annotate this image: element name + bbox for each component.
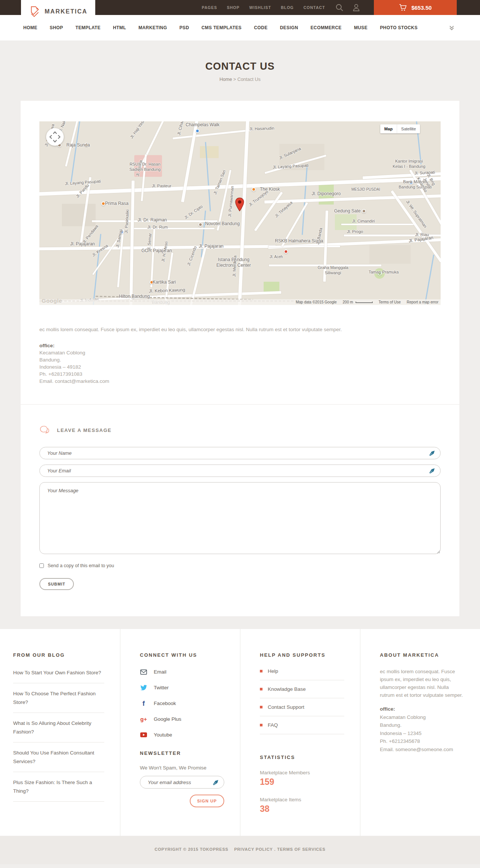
category-nav-item[interactable]: MUSE [354, 25, 368, 30]
form-heading: LEAVE A MESSAGE [57, 427, 112, 433]
social-label: Email [154, 669, 166, 675]
pan-arrows-icon [46, 128, 64, 146]
help-link[interactable]: Contact Support [260, 698, 344, 716]
map-label: Jl. Hasanudin [249, 126, 274, 132]
map-label: Champelas Walk [186, 122, 219, 128]
help-link[interactable]: FAQ [260, 716, 344, 734]
contact-form: LEAVE A MESSAGE Send a copy of this emai… [39, 405, 441, 616]
help-link[interactable]: Knowladge Base [260, 680, 344, 698]
header-nav-item[interactable]: SHOP [227, 5, 240, 10]
search-button[interactable] [336, 4, 344, 12]
brand-logo[interactable]: MARKETICA [21, 0, 95, 23]
map-label: RSUP Dr. Hasan Sadikin Bandung [129, 162, 160, 172]
category-nav-item[interactable]: MARKETING [138, 25, 167, 30]
map-scale-line [356, 302, 373, 303]
help-link-label: FAQ [268, 722, 278, 728]
category-nav-item[interactable]: HTML [113, 25, 126, 30]
email-input[interactable] [39, 465, 441, 477]
map-label: MESJID PUSDAI [351, 187, 380, 192]
social-link-facebook[interactable]: f Facebook [140, 701, 224, 706]
footer-connect-column: CONNECT WITH US Email Twitter f Facebook… [120, 629, 240, 836]
header-nav-item[interactable]: BLOG [281, 5, 294, 10]
office-address-lines: Kecamatan CoblongBandung.Indonesia – 491… [39, 349, 441, 385]
category-nav-item[interactable]: HOME [23, 25, 38, 30]
map-label: Jl. Purnawarman [227, 186, 235, 217]
facebook-icon: f [140, 701, 147, 706]
map-pan-control[interactable] [46, 128, 64, 146]
cart-button[interactable]: $653.50 [374, 0, 457, 15]
page-header: CONTACT US Home > Contact Us [0, 40, 480, 101]
newsletter-email-input[interactable] [140, 776, 224, 789]
map-scale-label: 200 m [343, 300, 353, 304]
blog-link[interactable]: Plus Size Fashion: Is There Such a Thing… [13, 772, 104, 802]
user-icon [352, 4, 360, 11]
map-type-map-button[interactable]: Map [380, 124, 397, 133]
map-copyright: Map data ©2015 Google [296, 300, 337, 304]
stat-members: Marketplace Members 159 [260, 770, 344, 787]
newsletter-field-wrap [140, 776, 224, 789]
header-nav-item[interactable]: CONTACT [303, 5, 325, 10]
address-line: Kecamatan Coblong [380, 713, 464, 722]
map-terms-link[interactable]: Terms of Use [379, 300, 401, 304]
tag-logo-icon [29, 6, 41, 18]
footer-help-column: HELP AND SUPPORTS Help Knowladge Base Co… [240, 629, 360, 836]
map-label: Graha Manggala Siliwangi [318, 265, 348, 276]
map-type-satellite-button[interactable]: Satellite [397, 124, 420, 133]
header-nav-item[interactable]: WISHLIST [249, 5, 271, 10]
category-nav-item[interactable]: SHOP [50, 25, 63, 30]
map-label: Jl. Diponegoro [312, 191, 340, 197]
stat-label: Marketplace Members [260, 770, 344, 775]
newsletter-heading: NEWSLETTER [140, 750, 224, 756]
signup-button[interactable]: SIGN UP [190, 795, 224, 807]
map-poi-icon [284, 249, 288, 254]
social-link-youtube[interactable]: Youtube [140, 732, 224, 738]
blog-link[interactable]: Should You Use Fashion Consultant Servic… [13, 743, 104, 772]
footer-about-column: ABOUT MARKETICA ec mollis lorem consequa… [360, 629, 480, 836]
address-line: Ph. +62817391083 [39, 371, 441, 378]
map-marker-pin[interactable] [235, 197, 244, 212]
about-heading: ABOUT MARKETICA [380, 652, 464, 658]
terms-link[interactable]: TERMS OF SERVICES [277, 847, 326, 852]
message-textarea[interactable] [39, 482, 441, 554]
search-icon [336, 4, 344, 12]
header-nav: PAGESSHOPWISHLISTBLOGCONTACT [202, 5, 325, 10]
submit-button[interactable]: SUBMIT [39, 578, 74, 590]
about-address-lines: Kecamatan CoblongBandung.Indonesia – 123… [380, 713, 464, 754]
breadcrumb: Home > Contact Us [0, 77, 480, 82]
social-link-twitter[interactable]: Twitter [140, 685, 224, 690]
help-link[interactable]: Help [260, 662, 344, 680]
blog-link[interactable]: What is So Alluring About Celebrity Fash… [13, 713, 104, 743]
copyright-text: COPYRIGHT © 2015 TOKOPRESS [154, 847, 228, 852]
map-poi-icon [198, 223, 202, 227]
header-nav-item[interactable]: PAGES [202, 5, 217, 10]
category-nav-items: HOMESHOPTEMPLATEHTMLMARKETINGPSDCMS TEMP… [23, 25, 418, 30]
name-input[interactable] [39, 447, 441, 459]
blog-link[interactable]: How To Choose The Perfect Fashion Store? [13, 683, 104, 713]
category-nav-item[interactable]: PHOTO STOCKS [380, 25, 417, 30]
category-nav-item[interactable]: CMS TEMPLATES [201, 25, 242, 30]
google-plus-icon: g+ [140, 717, 147, 722]
email-icon [140, 669, 147, 675]
copyright-bar: COPYRIGHT © 2015 TOKOPRESS PRIVACY POLIC… [0, 836, 480, 864]
map-report-error-link[interactable]: Report a map error [407, 300, 438, 304]
twitter-icon [140, 685, 147, 690]
category-nav-item[interactable]: CODE [254, 25, 267, 30]
subnav-more-button[interactable] [447, 25, 457, 31]
send-copy-checkbox[interactable] [39, 563, 44, 568]
category-nav-item[interactable]: ECOMMERCE [310, 25, 342, 30]
social-link-google-plus[interactable]: g+ Google Plus [140, 716, 224, 722]
address-line: Bandung. [380, 721, 464, 729]
map[interactable]: Champelas WalkJl. HasanudinJl. NakulaJl.… [39, 121, 441, 305]
map-label: Jl. Trunojoyo [248, 189, 270, 208]
header-icons [336, 4, 360, 12]
social-label: Facebook [154, 701, 176, 706]
breadcrumb-home-link[interactable]: Home [219, 77, 232, 82]
category-nav-item[interactable]: TEMPLATE [75, 25, 100, 30]
account-button[interactable] [352, 4, 360, 11]
address-line: Kecamatan Coblong [39, 349, 441, 356]
blog-link[interactable]: How To Start Your Own Fashion Store? [13, 662, 104, 683]
social-link-email[interactable]: Email [140, 669, 224, 675]
category-nav-item[interactable]: PSD [179, 25, 189, 30]
category-nav-item[interactable]: DESIGN [280, 25, 298, 30]
privacy-policy-link[interactable]: PRIVACY POLICY [234, 847, 273, 852]
